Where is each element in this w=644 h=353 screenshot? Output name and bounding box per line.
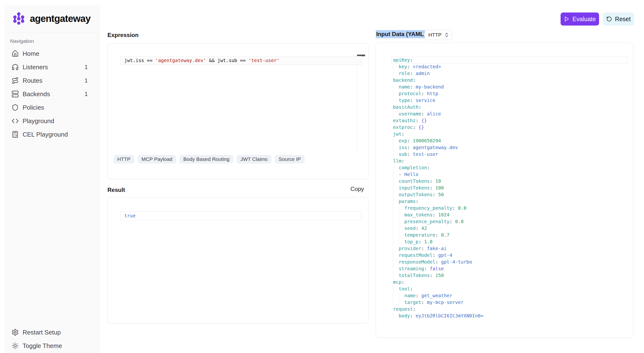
indent-guide: [398, 238, 404, 245]
yaml-line: role: admin: [391, 70, 628, 77]
yaml-line: target: my-mcp-server: [391, 299, 628, 306]
yaml-line: extproc: {}: [391, 124, 628, 131]
indent-guide: [393, 312, 398, 319]
yaml-line: countTokens: 10: [391, 178, 628, 185]
yaml-line: outputTokens: 50: [391, 192, 628, 198]
indent-guide: [393, 286, 398, 292]
indent-guide: [393, 198, 398, 205]
yaml-line: body: eyJtb2RlbCI6ICJmYXN0In0=: [391, 312, 628, 319]
sidebar-item-playground[interactable]: Playground: [6, 114, 97, 128]
yaml-line: totalTokens: 150: [391, 272, 628, 279]
indent-guide: [393, 70, 398, 77]
input-type-select[interactable]: HTTP: [424, 30, 452, 40]
indent-guide: [393, 232, 398, 238]
indent-guide: [393, 84, 398, 90]
tag-chip-source-ip[interactable]: Source IP: [275, 155, 304, 164]
server-icon: [12, 90, 19, 98]
yaml-line: mcp:: [391, 279, 628, 286]
yaml-line: type: service: [391, 97, 628, 104]
yaml-line: protocol: http: [391, 90, 628, 97]
sidebar-item-routes[interactable]: Routes 1: [6, 74, 97, 87]
indent-guide: [393, 225, 398, 232]
yaml-line: streaming: false: [391, 266, 628, 272]
sidebar-item-home[interactable]: Home: [6, 47, 97, 60]
evaluate-button[interactable]: Evaluate: [560, 12, 599, 26]
indent-guide: [398, 205, 404, 212]
editor-right-edge: [357, 56, 357, 154]
expression-code-line[interactable]: jwt.iss == 'agentgateway.dev' && jwt.sub…: [120, 56, 362, 65]
yaml-line: apiKey:: [391, 57, 628, 64]
yaml-line: responseModel: gpt-4-turbo: [391, 259, 628, 266]
shield-icon: [12, 104, 19, 111]
logo[interactable]: agentgateway: [4, 5, 99, 32]
sidebar-item-policies[interactable]: Policies: [6, 101, 97, 114]
yaml-line: iss: agentgateway.dev: [391, 144, 628, 151]
yaml-line: name: my-backend: [391, 84, 628, 90]
rotate-ccw-icon: [606, 16, 612, 22]
home-icon: [12, 50, 19, 57]
yaml-line: llm:: [391, 158, 628, 164]
yaml-line: username: alice: [391, 110, 628, 117]
count-badge: 1: [84, 77, 88, 84]
gear-icon: [12, 329, 19, 336]
indent-guide: [393, 97, 398, 104]
indent-guide: [393, 245, 398, 252]
code-icon: [12, 117, 19, 124]
input-data-title: Input Data (YAML): [376, 31, 427, 38]
indent-guide: [393, 110, 398, 117]
yaml-line: exp: 1900650294: [391, 138, 628, 144]
indent-guide: [398, 299, 404, 306]
indent-guide: [393, 272, 398, 279]
indent-guide: [398, 232, 404, 238]
sidebar-nav: Home Listeners 1 Routes 1 Backends 1 Pol…: [4, 47, 99, 141]
tag-chip-jwt-claims[interactable]: JWT Claims: [236, 155, 272, 164]
sidebar-footer: Restart Setup Toggle Theme: [4, 326, 99, 353]
indent-guide: [393, 151, 398, 158]
sidebar-item-cel-playground[interactable]: CEL Playground: [6, 128, 97, 141]
indent-guide: [393, 259, 398, 266]
yaml-line: request:: [391, 306, 628, 312]
calculator-icon: [12, 131, 19, 138]
yaml-line: top_p: 1.0: [391, 238, 628, 245]
route-icon: [12, 77, 19, 84]
indent-guide: [393, 144, 398, 151]
yaml-line: name: get_weather: [391, 292, 628, 299]
yaml-line: - Hello: [391, 171, 628, 178]
expression-tag-row: HTTPMCP PayloadBody Based RoutingJWT Cla…: [114, 155, 304, 164]
yaml-line: requestModel: gpt-4: [391, 252, 628, 259]
indent-guide: [393, 64, 398, 70]
result-value-line[interactable]: true: [120, 211, 362, 220]
indent-guide: [393, 138, 398, 144]
yaml-line: completion:: [391, 164, 628, 171]
indent-guide: [393, 266, 398, 272]
sidebar-item-listeners[interactable]: Listeners 1: [6, 60, 97, 74]
sidebar-item-restart-setup[interactable]: Restart Setup: [6, 326, 97, 339]
headphones-icon: [12, 64, 19, 71]
indent-guide: [393, 299, 398, 306]
indent-guide: [393, 205, 398, 212]
tag-chip-http[interactable]: HTTP: [114, 155, 134, 164]
indent-guide: [393, 185, 398, 192]
yaml-line: extauthz: {}: [391, 117, 628, 124]
indent-guide: [393, 90, 398, 97]
yaml-editor[interactable]: apiKey:key: <redacted>role: adminbackend…: [391, 57, 628, 319]
indent-guide: [393, 178, 398, 185]
indent-guide: [393, 171, 398, 178]
input-data-card: apiKey:key: <redacted>role: adminbackend…: [376, 42, 633, 338]
sidebar-item-backends[interactable]: Backends 1: [6, 87, 97, 101]
selected-text-highlight: Input Data (YAML): [376, 30, 427, 38]
tag-chip-body-based-routing[interactable]: Body Based Routing: [180, 155, 233, 164]
indent-guide: [398, 292, 404, 299]
yaml-line: seed: 42: [391, 225, 628, 232]
tag-chip-mcp-payload[interactable]: MCP Payload: [138, 155, 176, 164]
yaml-line: tool:: [391, 286, 628, 292]
yaml-line: presence_penalty: 0.0: [391, 218, 628, 225]
yaml-line: provider: fake-ai: [391, 245, 628, 252]
indent-guide: [393, 252, 398, 259]
indent-guide: [398, 212, 404, 218]
sidebar-item-toggle-theme[interactable]: Toggle Theme: [6, 339, 97, 352]
copy-button[interactable]: Copy: [350, 186, 364, 192]
reset-button[interactable]: Reset: [603, 12, 634, 26]
play-icon: [564, 16, 570, 22]
yaml-line: backend:: [391, 77, 628, 84]
